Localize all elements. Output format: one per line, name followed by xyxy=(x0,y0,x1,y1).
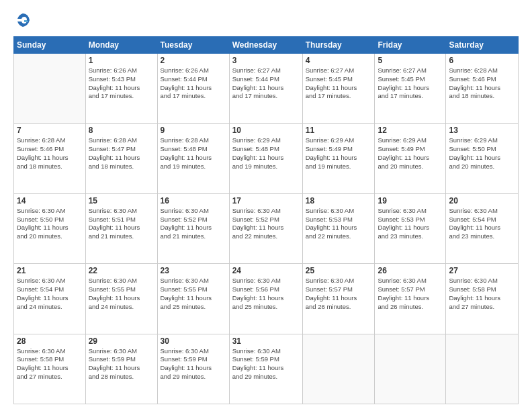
weekday-header-saturday: Saturday xyxy=(446,37,519,54)
weekday-header-tuesday: Tuesday xyxy=(157,37,229,54)
day-info: Sunrise: 6:29 AM Sunset: 5:49 PM Dayligh… xyxy=(306,136,372,171)
calendar-week-1: 7Sunrise: 6:28 AM Sunset: 5:46 PM Daylig… xyxy=(14,124,519,193)
table-row: 2Sunrise: 6:26 AM Sunset: 5:44 PM Daylig… xyxy=(157,54,229,124)
day-number: 12 xyxy=(378,126,443,135)
day-info: Sunrise: 6:29 AM Sunset: 5:48 PM Dayligh… xyxy=(232,136,300,171)
weekday-header-thursday: Thursday xyxy=(302,37,375,54)
day-info: Sunrise: 6:30 AM Sunset: 5:59 PM Dayligh… xyxy=(161,347,226,381)
day-number: 9 xyxy=(161,126,226,135)
table-row: 19Sunrise: 6:30 AM Sunset: 5:53 PM Dayli… xyxy=(375,193,446,263)
day-info: Sunrise: 6:28 AM Sunset: 5:48 PM Dayligh… xyxy=(161,136,226,171)
weekday-header-sunday: Sunday xyxy=(14,37,86,54)
table-row: 12Sunrise: 6:29 AM Sunset: 5:49 PM Dayli… xyxy=(375,124,446,193)
day-info: Sunrise: 6:27 AM Sunset: 5:44 PM Dayligh… xyxy=(232,66,300,101)
day-info: Sunrise: 6:30 AM Sunset: 5:51 PM Dayligh… xyxy=(89,207,154,241)
calendar-header: SundayMondayTuesdayWednesdayThursdayFrid… xyxy=(14,37,519,54)
day-info: Sunrise: 6:30 AM Sunset: 5:58 PM Dayligh… xyxy=(449,277,515,311)
day-number: 1 xyxy=(89,56,154,65)
header xyxy=(13,11,519,30)
day-number: 23 xyxy=(161,266,226,275)
table-row: 10Sunrise: 6:29 AM Sunset: 5:48 PM Dayli… xyxy=(229,124,302,193)
day-number: 11 xyxy=(306,126,372,135)
day-info: Sunrise: 6:28 AM Sunset: 5:47 PM Dayligh… xyxy=(89,136,154,171)
day-info: Sunrise: 6:30 AM Sunset: 5:54 PM Dayligh… xyxy=(449,207,515,241)
table-row: 24Sunrise: 6:30 AM Sunset: 5:56 PM Dayli… xyxy=(229,264,302,334)
day-number: 2 xyxy=(161,56,226,65)
day-number: 30 xyxy=(161,336,226,346)
day-info: Sunrise: 6:26 AM Sunset: 5:43 PM Dayligh… xyxy=(89,66,154,101)
day-info: Sunrise: 6:30 AM Sunset: 5:53 PM Dayligh… xyxy=(378,207,443,241)
calendar: SundayMondayTuesdayWednesdayThursdayFrid… xyxy=(13,36,519,404)
table-row: 5Sunrise: 6:27 AM Sunset: 5:45 PM Daylig… xyxy=(375,54,446,124)
day-number: 24 xyxy=(232,266,300,275)
day-info: Sunrise: 6:30 AM Sunset: 5:55 PM Dayligh… xyxy=(89,277,154,311)
day-number: 8 xyxy=(89,126,154,135)
table-row: 27Sunrise: 6:30 AM Sunset: 5:58 PM Dayli… xyxy=(446,264,519,334)
day-number: 7 xyxy=(17,126,83,135)
table-row: 21Sunrise: 6:30 AM Sunset: 5:54 PM Dayli… xyxy=(14,264,86,334)
day-info: Sunrise: 6:30 AM Sunset: 5:57 PM Dayligh… xyxy=(378,277,443,311)
table-row: 22Sunrise: 6:30 AM Sunset: 5:55 PM Dayli… xyxy=(85,264,157,334)
calendar-body: 1Sunrise: 6:26 AM Sunset: 5:43 PM Daylig… xyxy=(14,54,519,404)
table-row: 28Sunrise: 6:30 AM Sunset: 5:58 PM Dayli… xyxy=(14,334,86,404)
page: SundayMondayTuesdayWednesdayThursdayFrid… xyxy=(0,0,532,411)
weekday-header-wednesday: Wednesday xyxy=(229,37,302,54)
day-number: 6 xyxy=(449,56,515,65)
table-row: 17Sunrise: 6:30 AM Sunset: 5:52 PM Dayli… xyxy=(229,193,302,263)
day-info: Sunrise: 6:30 AM Sunset: 5:57 PM Dayligh… xyxy=(306,277,372,311)
day-number: 21 xyxy=(17,266,83,275)
weekday-row: SundayMondayTuesdayWednesdayThursdayFrid… xyxy=(14,37,519,54)
day-number: 5 xyxy=(378,56,443,65)
day-info: Sunrise: 6:30 AM Sunset: 5:52 PM Dayligh… xyxy=(232,207,300,241)
day-number: 4 xyxy=(306,56,372,65)
table-row: 29Sunrise: 6:30 AM Sunset: 5:59 PM Dayli… xyxy=(85,334,157,404)
day-number: 16 xyxy=(161,196,226,205)
table-row: 23Sunrise: 6:30 AM Sunset: 5:55 PM Dayli… xyxy=(157,264,229,334)
weekday-header-friday: Friday xyxy=(375,37,446,54)
day-info: Sunrise: 6:30 AM Sunset: 5:58 PM Dayligh… xyxy=(17,347,83,381)
table-row: 31Sunrise: 6:30 AM Sunset: 5:59 PM Dayli… xyxy=(229,334,302,404)
table-row: 20Sunrise: 6:30 AM Sunset: 5:54 PM Dayli… xyxy=(446,193,519,263)
table-row: 16Sunrise: 6:30 AM Sunset: 5:52 PM Dayli… xyxy=(157,193,229,263)
day-info: Sunrise: 6:30 AM Sunset: 5:55 PM Dayligh… xyxy=(161,277,226,311)
day-number: 26 xyxy=(378,266,443,275)
day-info: Sunrise: 6:28 AM Sunset: 5:46 PM Dayligh… xyxy=(449,66,515,101)
day-number: 18 xyxy=(306,196,372,205)
day-info: Sunrise: 6:29 AM Sunset: 5:49 PM Dayligh… xyxy=(378,136,443,171)
day-number: 27 xyxy=(449,266,515,275)
table-row: 3Sunrise: 6:27 AM Sunset: 5:44 PM Daylig… xyxy=(229,54,302,124)
day-number: 20 xyxy=(449,196,515,205)
table-row xyxy=(375,334,446,404)
day-info: Sunrise: 6:30 AM Sunset: 5:54 PM Dayligh… xyxy=(17,277,83,311)
table-row: 13Sunrise: 6:29 AM Sunset: 5:50 PM Dayli… xyxy=(446,124,519,193)
table-row: 14Sunrise: 6:30 AM Sunset: 5:50 PM Dayli… xyxy=(14,193,86,263)
weekday-header-monday: Monday xyxy=(85,37,157,54)
table-row: 4Sunrise: 6:27 AM Sunset: 5:45 PM Daylig… xyxy=(302,54,375,124)
day-info: Sunrise: 6:30 AM Sunset: 5:59 PM Dayligh… xyxy=(89,347,154,381)
day-number: 13 xyxy=(449,126,515,135)
table-row: 11Sunrise: 6:29 AM Sunset: 5:49 PM Dayli… xyxy=(302,124,375,193)
day-info: Sunrise: 6:30 AM Sunset: 5:56 PM Dayligh… xyxy=(232,277,300,311)
day-number: 14 xyxy=(17,196,83,205)
table-row: 30Sunrise: 6:30 AM Sunset: 5:59 PM Dayli… xyxy=(157,334,229,404)
table-row: 6Sunrise: 6:28 AM Sunset: 5:46 PM Daylig… xyxy=(446,54,519,124)
calendar-week-4: 28Sunrise: 6:30 AM Sunset: 5:58 PM Dayli… xyxy=(14,334,519,404)
day-info: Sunrise: 6:30 AM Sunset: 5:53 PM Dayligh… xyxy=(306,207,372,241)
logo-icon xyxy=(13,11,32,30)
day-number: 31 xyxy=(232,336,300,346)
day-info: Sunrise: 6:30 AM Sunset: 5:59 PM Dayligh… xyxy=(232,347,300,381)
day-number: 22 xyxy=(89,266,154,275)
day-number: 10 xyxy=(232,126,300,135)
day-number: 17 xyxy=(232,196,300,205)
calendar-week-0: 1Sunrise: 6:26 AM Sunset: 5:43 PM Daylig… xyxy=(14,54,519,124)
day-number: 3 xyxy=(232,56,300,65)
day-number: 29 xyxy=(89,336,154,346)
day-info: Sunrise: 6:29 AM Sunset: 5:50 PM Dayligh… xyxy=(449,136,515,171)
day-info: Sunrise: 6:30 AM Sunset: 5:50 PM Dayligh… xyxy=(17,207,83,241)
day-info: Sunrise: 6:27 AM Sunset: 5:45 PM Dayligh… xyxy=(306,66,372,101)
day-number: 25 xyxy=(306,266,372,275)
table-row: 15Sunrise: 6:30 AM Sunset: 5:51 PM Dayli… xyxy=(85,193,157,263)
table-row xyxy=(14,54,86,124)
day-info: Sunrise: 6:28 AM Sunset: 5:46 PM Dayligh… xyxy=(17,136,83,171)
day-number: 28 xyxy=(17,336,83,346)
